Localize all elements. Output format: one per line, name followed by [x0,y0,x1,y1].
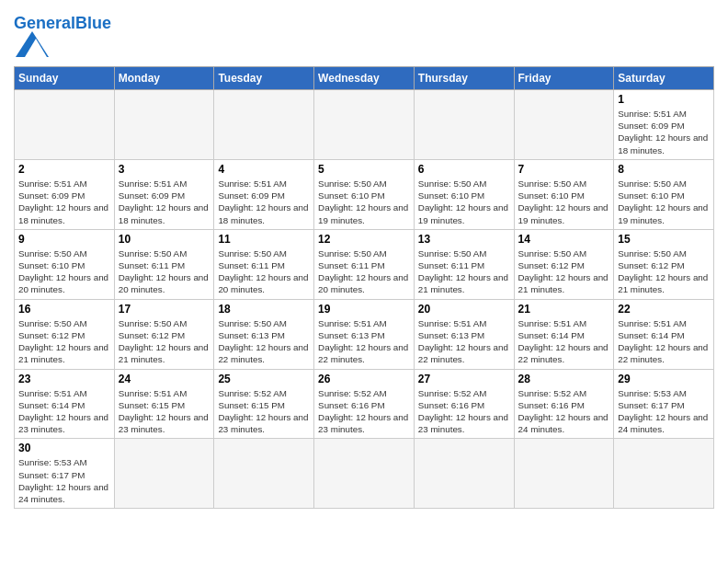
day-info: Sunrise: 5:50 AM Sunset: 6:10 PM Dayligh… [18,247,110,296]
day-header-monday: Monday [114,67,214,90]
day-header-wednesday: Wednesday [314,67,415,90]
day-info: Sunrise: 5:50 AM Sunset: 6:12 PM Dayligh… [518,247,610,296]
calendar-cell: 1Sunrise: 5:51 AM Sunset: 6:09 PM Daylig… [614,90,714,160]
calendar-cell: 2Sunrise: 5:51 AM Sunset: 6:09 PM Daylig… [15,159,115,229]
day-number: 13 [418,233,510,246]
day-header-thursday: Thursday [414,67,514,90]
calendar-cell: 26Sunrise: 5:52 AM Sunset: 6:16 PM Dayli… [314,369,415,439]
day-info: Sunrise: 5:51 AM Sunset: 6:09 PM Dayligh… [618,108,710,156]
calendar-cell: 23Sunrise: 5:51 AM Sunset: 6:14 PM Dayli… [15,369,115,439]
day-number: 15 [618,233,710,246]
day-info: Sunrise: 5:50 AM Sunset: 6:11 PM Dayligh… [418,247,510,296]
day-info: Sunrise: 5:53 AM Sunset: 6:17 PM Dayligh… [618,387,710,436]
day-info: Sunrise: 5:50 AM Sunset: 6:11 PM Dayligh… [119,247,210,296]
day-number: 11 [218,233,310,246]
calendar-cell: 20Sunrise: 5:51 AM Sunset: 6:13 PM Dayli… [414,299,514,369]
day-number: 10 [119,233,210,246]
calendar-week-5: 23Sunrise: 5:51 AM Sunset: 6:14 PM Dayli… [15,369,714,439]
day-number: 1 [618,93,710,106]
day-number: 4 [218,163,310,176]
calendar-cell: 16Sunrise: 5:50 AM Sunset: 6:12 PM Dayli… [15,299,115,369]
day-header-sunday: Sunday [15,67,115,90]
calendar-cell: 29Sunrise: 5:53 AM Sunset: 6:17 PM Dayli… [614,369,714,439]
calendar-cell: 27Sunrise: 5:52 AM Sunset: 6:16 PM Dayli… [414,369,514,439]
day-number: 23 [18,373,110,385]
calendar-cell [414,439,514,509]
day-info: Sunrise: 5:51 AM Sunset: 6:14 PM Dayligh… [518,317,610,366]
header: GeneralBlue [14,9,714,61]
calendar-cell: 11Sunrise: 5:50 AM Sunset: 6:11 PM Dayli… [214,229,314,299]
day-number: 9 [18,233,110,246]
calendar-cell [314,439,415,509]
day-info: Sunrise: 5:50 AM Sunset: 6:11 PM Dayligh… [318,247,410,296]
calendar: SundayMondayTuesdayWednesdayThursdayFrid… [14,66,714,509]
calendar-cell: 7Sunrise: 5:50 AM Sunset: 6:10 PM Daylig… [514,159,614,229]
calendar-cell [314,90,415,160]
day-info: Sunrise: 5:50 AM Sunset: 6:13 PM Dayligh… [218,317,310,366]
calendar-cell: 17Sunrise: 5:50 AM Sunset: 6:12 PM Dayli… [114,299,214,369]
day-info: Sunrise: 5:53 AM Sunset: 6:17 PM Dayligh… [18,456,110,505]
calendar-cell: 5Sunrise: 5:50 AM Sunset: 6:10 PM Daylig… [314,159,415,229]
calendar-week-2: 2Sunrise: 5:51 AM Sunset: 6:09 PM Daylig… [15,159,714,229]
calendar-week-3: 9Sunrise: 5:50 AM Sunset: 6:10 PM Daylig… [15,229,714,299]
calendar-week-6: 30Sunrise: 5:53 AM Sunset: 6:17 PM Dayli… [15,439,714,509]
day-info: Sunrise: 5:50 AM Sunset: 6:10 PM Dayligh… [418,178,510,226]
day-number: 28 [518,373,610,385]
calendar-cell: 19Sunrise: 5:51 AM Sunset: 6:13 PM Dayli… [314,299,415,369]
day-info: Sunrise: 5:50 AM Sunset: 6:10 PM Dayligh… [318,178,410,226]
calendar-cell: 12Sunrise: 5:50 AM Sunset: 6:11 PM Dayli… [314,229,415,299]
calendar-cell [214,439,314,509]
day-info: Sunrise: 5:50 AM Sunset: 6:12 PM Dayligh… [119,317,210,366]
calendar-cell: 15Sunrise: 5:50 AM Sunset: 6:12 PM Dayli… [614,229,714,299]
day-number: 3 [119,163,210,176]
calendar-cell: 14Sunrise: 5:50 AM Sunset: 6:12 PM Dayli… [514,229,614,299]
logo: GeneralBlue [14,15,111,61]
day-info: Sunrise: 5:51 AM Sunset: 6:09 PM Dayligh… [218,178,310,226]
day-number: 19 [318,303,410,316]
day-number: 20 [418,303,510,316]
calendar-cell [514,90,614,160]
logo-blue: Blue [75,14,111,32]
calendar-cell: 22Sunrise: 5:51 AM Sunset: 6:14 PM Dayli… [614,299,714,369]
calendar-cell: 18Sunrise: 5:50 AM Sunset: 6:13 PM Dayli… [214,299,314,369]
calendar-week-1: 1Sunrise: 5:51 AM Sunset: 6:09 PM Daylig… [15,90,714,160]
day-number: 18 [218,303,310,316]
day-header-saturday: Saturday [614,67,714,90]
day-number: 8 [618,163,710,176]
calendar-week-4: 16Sunrise: 5:50 AM Sunset: 6:12 PM Dayli… [15,299,714,369]
day-number: 25 [218,373,310,385]
calendar-cell [414,90,514,160]
day-info: Sunrise: 5:50 AM Sunset: 6:11 PM Dayligh… [218,247,310,296]
day-info: Sunrise: 5:51 AM Sunset: 6:14 PM Dayligh… [18,387,110,436]
day-info: Sunrise: 5:52 AM Sunset: 6:16 PM Dayligh… [318,387,410,436]
logo-text: GeneralBlue [14,15,111,31]
day-number: 29 [618,373,710,385]
day-info: Sunrise: 5:51 AM Sunset: 6:14 PM Dayligh… [618,317,710,366]
logo-icon [16,31,49,57]
calendar-cell [514,439,614,509]
day-number: 2 [18,163,110,176]
day-info: Sunrise: 5:51 AM Sunset: 6:09 PM Dayligh… [119,178,210,226]
day-number: 16 [18,303,110,316]
calendar-header-row: SundayMondayTuesdayWednesdayThursdayFrid… [15,67,714,90]
day-number: 5 [318,163,410,176]
calendar-cell [15,90,115,160]
day-info: Sunrise: 5:50 AM Sunset: 6:10 PM Dayligh… [618,178,710,226]
day-info: Sunrise: 5:52 AM Sunset: 6:16 PM Dayligh… [518,387,610,436]
calendar-cell: 30Sunrise: 5:53 AM Sunset: 6:17 PM Dayli… [15,439,115,509]
calendar-cell: 10Sunrise: 5:50 AM Sunset: 6:11 PM Dayli… [114,229,214,299]
calendar-cell: 21Sunrise: 5:51 AM Sunset: 6:14 PM Dayli… [514,299,614,369]
day-number: 7 [518,163,610,176]
calendar-cell: 8Sunrise: 5:50 AM Sunset: 6:10 PM Daylig… [614,159,714,229]
calendar-cell: 9Sunrise: 5:50 AM Sunset: 6:10 PM Daylig… [15,229,115,299]
day-number: 26 [318,373,410,385]
day-number: 6 [418,163,510,176]
calendar-cell: 25Sunrise: 5:52 AM Sunset: 6:15 PM Dayli… [214,369,314,439]
day-number: 17 [119,303,210,316]
day-number: 12 [318,233,410,246]
day-info: Sunrise: 5:50 AM Sunset: 6:10 PM Dayligh… [518,178,610,226]
day-info: Sunrise: 5:51 AM Sunset: 6:13 PM Dayligh… [318,317,410,366]
day-number: 30 [18,442,110,454]
calendar-cell [614,439,714,509]
day-number: 22 [618,303,710,316]
